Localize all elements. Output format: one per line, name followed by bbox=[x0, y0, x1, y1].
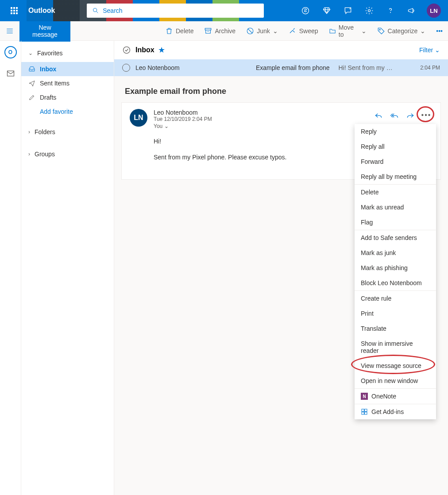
groups-section[interactable]: › Groups bbox=[21, 145, 114, 163]
sweep-button[interactable]: Sweep bbox=[283, 21, 324, 41]
cm-open-new-window[interactable]: Open in new window bbox=[355, 373, 436, 388]
content-area: Inbox ★ Filter ⌄ Leo Notenboom Example e… bbox=[114, 41, 448, 495]
chat-icon[interactable] bbox=[338, 0, 358, 21]
brand-label: Outlook bbox=[28, 7, 55, 15]
cm-block-sender[interactable]: Block Leo Notenboom bbox=[355, 275, 436, 290]
cm-onenote[interactable]: N OneNote bbox=[355, 389, 436, 404]
message-preview: Hi! Sent from my … bbox=[339, 64, 393, 71]
megaphone-icon[interactable] bbox=[402, 0, 421, 21]
top-bar: Outlook LN bbox=[0, 0, 448, 21]
cm-reply[interactable]: Reply bbox=[355, 124, 436, 139]
cm-delete[interactable]: Delete bbox=[355, 185, 436, 200]
chevron-down-icon: ⌄ bbox=[28, 50, 33, 56]
sweep-icon bbox=[289, 27, 297, 35]
svg-point-0 bbox=[93, 8, 97, 12]
sender-avatar: LN bbox=[130, 109, 147, 127]
cm-mark-unread[interactable]: Mark as unread bbox=[355, 200, 436, 215]
favorites-section[interactable]: ⌄ Favorites bbox=[21, 44, 114, 62]
select-circle[interactable] bbox=[122, 64, 130, 72]
cm-flag[interactable]: Flag bbox=[355, 215, 436, 230]
command-bar: New message Delete Archive Junk ⌄ Sweep … bbox=[0, 21, 448, 41]
message-to: You ⌄ bbox=[154, 123, 366, 129]
svg-point-2 bbox=[302, 8, 309, 14]
cm-mark-junk[interactable]: Mark as junk bbox=[355, 245, 436, 260]
list-title: Inbox bbox=[135, 46, 154, 54]
svg-rect-12 bbox=[7, 71, 14, 76]
svg-point-3 bbox=[368, 10, 371, 12]
left-rail: O bbox=[0, 41, 21, 495]
svg-rect-8 bbox=[205, 28, 212, 30]
ellipsis-icon: ••• bbox=[436, 27, 443, 35]
chevron-down-icon: ⌄ bbox=[361, 27, 367, 35]
folder-inbox[interactable]: Inbox bbox=[21, 62, 114, 76]
cm-get-addins[interactable]: Get Add-ins bbox=[355, 404, 436, 419]
message-from: Leo Notenboom bbox=[135, 64, 251, 71]
svg-rect-15 bbox=[365, 409, 367, 411]
folder-drafts[interactable]: Drafts bbox=[21, 90, 114, 104]
cm-print[interactable]: Print bbox=[355, 306, 436, 321]
junk-icon bbox=[246, 27, 254, 35]
cm-mark-phishing[interactable]: Mark as phishing bbox=[355, 260, 436, 275]
reply-all-icon[interactable] bbox=[388, 109, 401, 121]
diamond-icon[interactable] bbox=[317, 0, 336, 21]
sent-icon bbox=[28, 80, 35, 87]
cm-view-source[interactable]: View message source bbox=[355, 358, 436, 373]
chevron-down-icon: ⌄ bbox=[420, 27, 425, 35]
list-header: Inbox ★ Filter ⌄ bbox=[114, 41, 448, 59]
settings-icon[interactable] bbox=[359, 0, 379, 21]
folders-section[interactable]: › Folders bbox=[21, 123, 114, 141]
app-launcher[interactable] bbox=[4, 7, 25, 14]
delete-button[interactable]: Delete bbox=[160, 21, 199, 41]
chevron-right-icon: › bbox=[28, 129, 30, 135]
cm-reply-all-meeting[interactable]: Reply all by meeting bbox=[355, 169, 436, 184]
mail-icon[interactable] bbox=[4, 67, 17, 80]
cm-immersive-reader[interactable]: Show in immersive reader bbox=[355, 336, 436, 358]
svg-rect-14 bbox=[362, 409, 364, 411]
user-avatar[interactable]: LN bbox=[427, 4, 441, 18]
cm-reply-all[interactable]: Reply all bbox=[355, 139, 436, 154]
cm-create-rule[interactable]: Create rule bbox=[355, 291, 436, 306]
addins-icon bbox=[361, 408, 368, 415]
skype-icon[interactable] bbox=[296, 0, 315, 21]
filter-button[interactable]: Filter ⌄ bbox=[419, 46, 440, 54]
move-to-button[interactable]: Move to ⌄ bbox=[324, 21, 372, 41]
categorize-button[interactable]: Categorize ⌄ bbox=[372, 21, 431, 41]
more-commands-button[interactable]: ••• bbox=[431, 21, 448, 41]
message-row[interactable]: Leo Notenboom Example email from phone H… bbox=[114, 59, 448, 76]
mail-app-icon[interactable]: O bbox=[4, 46, 17, 58]
reply-icon[interactable] bbox=[372, 109, 385, 121]
folder-icon bbox=[329, 27, 336, 35]
add-favorite-link[interactable]: Add favorite bbox=[21, 104, 114, 119]
folder-sent[interactable]: Sent Items bbox=[21, 76, 114, 90]
select-all-icon[interactable] bbox=[122, 46, 131, 54]
svg-line-10 bbox=[248, 28, 253, 33]
onenote-icon: N bbox=[361, 393, 368, 400]
svg-point-4 bbox=[390, 12, 391, 13]
menu-toggle[interactable] bbox=[0, 27, 19, 35]
help-icon[interactable] bbox=[381, 0, 400, 21]
cm-translate[interactable]: Translate bbox=[355, 321, 436, 336]
chevron-down-icon[interactable]: ⌄ bbox=[164, 123, 169, 129]
forward-icon[interactable] bbox=[404, 109, 417, 121]
junk-button[interactable]: Junk ⌄ bbox=[241, 21, 283, 41]
chevron-right-icon: › bbox=[28, 151, 30, 157]
svg-line-1 bbox=[97, 12, 98, 13]
more-actions-button[interactable]: ••• bbox=[420, 109, 433, 121]
message-subject: Example email from phone bbox=[256, 64, 330, 71]
drafts-icon bbox=[28, 94, 35, 101]
search-icon bbox=[92, 7, 99, 14]
search-box[interactable] bbox=[87, 4, 264, 18]
archive-icon bbox=[204, 27, 212, 35]
inbox-icon bbox=[28, 66, 35, 73]
trash-icon bbox=[165, 27, 173, 35]
chevron-down-icon: ⌄ bbox=[273, 27, 278, 35]
svg-point-11 bbox=[379, 29, 380, 30]
new-message-button[interactable]: New message bbox=[19, 20, 70, 42]
search-input[interactable] bbox=[103, 7, 259, 14]
cm-forward[interactable]: Forward bbox=[355, 154, 436, 169]
ellipsis-icon: ••• bbox=[421, 111, 432, 119]
cm-safe-senders[interactable]: Add to Safe senders bbox=[355, 230, 436, 245]
archive-button[interactable]: Archive bbox=[199, 21, 241, 41]
star-icon[interactable]: ★ bbox=[158, 45, 165, 55]
svg-rect-16 bbox=[362, 412, 364, 414]
